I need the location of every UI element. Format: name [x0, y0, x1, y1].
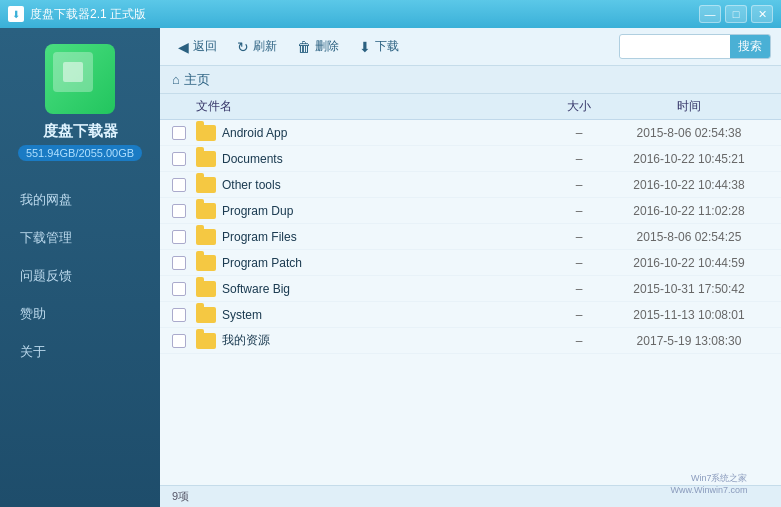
file-size-2: –: [549, 178, 609, 192]
delete-button[interactable]: 🗑 删除: [289, 34, 347, 59]
sidebar-storage: 551.94GB/2055.00GB: [18, 145, 142, 161]
breadcrumb: ⌂ 主页: [160, 66, 781, 94]
file-checkbox-4[interactable]: [172, 230, 196, 244]
watermark-line1: Win7系统之家: [670, 473, 747, 485]
file-name-8: 我的资源: [222, 332, 549, 349]
folder-icon-5: [196, 255, 216, 271]
table-row[interactable]: Program Files – 2015-8-06 02:54:25: [160, 224, 781, 250]
table-row[interactable]: Documents – 2016-10-22 10:45:21: [160, 146, 781, 172]
file-size-4: –: [549, 230, 609, 244]
sidebar-logo: [45, 44, 115, 114]
sidebar-nav: 我的网盘 下载管理 问题反馈 赞助 关于: [0, 181, 160, 371]
sidebar-item-feedback[interactable]: 问题反馈: [0, 257, 160, 295]
file-name-1: Documents: [222, 152, 549, 166]
table-row[interactable]: 我的资源 – 2017-5-19 13:08:30: [160, 328, 781, 354]
file-time-7: 2015-11-13 10:08:01: [609, 308, 769, 322]
file-size-1: –: [549, 152, 609, 166]
refresh-button[interactable]: ↻ 刷新: [229, 34, 285, 59]
window-controls: — □ ✕: [699, 5, 773, 23]
refresh-icon: ↻: [237, 39, 249, 55]
sidebar: 度盘下载器 551.94GB/2055.00GB 我的网盘 下载管理 问题反馈 …: [0, 28, 160, 507]
file-size-7: –: [549, 308, 609, 322]
folder-icon-1: [196, 151, 216, 167]
app-title: 度盘下载器2.1 正式版: [30, 6, 146, 23]
breadcrumb-home[interactable]: ⌂ 主页: [172, 71, 210, 89]
file-name-0: Android App: [222, 126, 549, 140]
file-size-6: –: [549, 282, 609, 296]
file-checkbox-8[interactable]: [172, 334, 196, 348]
file-checkbox-3[interactable]: [172, 204, 196, 218]
home-icon: ⌂: [172, 72, 180, 87]
file-time-2: 2016-10-22 10:44:38: [609, 178, 769, 192]
main-container: 度盘下载器 551.94GB/2055.00GB 我的网盘 下载管理 问题反馈 …: [0, 28, 781, 507]
file-checkbox-5[interactable]: [172, 256, 196, 270]
folder-icon-2: [196, 177, 216, 193]
file-name-4: Program Files: [222, 230, 549, 244]
header-time: 时间: [609, 98, 769, 115]
minimize-button[interactable]: —: [699, 5, 721, 23]
breadcrumb-home-label: 主页: [184, 71, 210, 89]
sidebar-item-my-drive[interactable]: 我的网盘: [0, 181, 160, 219]
file-size-0: –: [549, 126, 609, 140]
file-checkbox-6[interactable]: [172, 282, 196, 296]
back-button[interactable]: ◀ 返回: [170, 34, 225, 59]
file-name-2: Other tools: [222, 178, 549, 192]
watermark-line2: Www.Winwin7.com: [670, 485, 747, 497]
search-input[interactable]: [620, 37, 730, 57]
download-icon: ⬇: [359, 39, 371, 55]
file-rows: Android App – 2015-8-06 02:54:38 Documen…: [160, 120, 781, 354]
sidebar-item-sponsor[interactable]: 赞助: [0, 295, 160, 333]
file-checkbox-7[interactable]: [172, 308, 196, 322]
header-filename: 文件名: [196, 98, 549, 115]
sidebar-item-download-mgr[interactable]: 下载管理: [0, 219, 160, 257]
table-row[interactable]: Other tools – 2016-10-22 10:44:38: [160, 172, 781, 198]
app-icon: ⬇: [8, 6, 24, 22]
folder-icon-3: [196, 203, 216, 219]
file-size-5: –: [549, 256, 609, 270]
search-button[interactable]: 搜索: [730, 35, 770, 58]
file-name-5: Program Patch: [222, 256, 549, 270]
file-name-3: Program Dup: [222, 204, 549, 218]
folder-icon-6: [196, 281, 216, 297]
sidebar-item-about[interactable]: 关于: [0, 333, 160, 371]
folder-icon-7: [196, 307, 216, 323]
file-name-6: Software Big: [222, 282, 549, 296]
file-checkbox-2[interactable]: [172, 178, 196, 192]
file-time-8: 2017-5-19 13:08:30: [609, 334, 769, 348]
file-time-6: 2015-10-31 17:50:42: [609, 282, 769, 296]
file-list-header: 文件名 大小 时间: [160, 94, 781, 120]
download-button[interactable]: ⬇ 下载: [351, 34, 407, 59]
file-checkbox-0[interactable]: [172, 126, 196, 140]
close-button[interactable]: ✕: [751, 5, 773, 23]
table-row[interactable]: System – 2015-11-13 10:08:01: [160, 302, 781, 328]
file-checkbox-1[interactable]: [172, 152, 196, 166]
back-icon: ◀: [178, 39, 189, 55]
file-time-1: 2016-10-22 10:45:21: [609, 152, 769, 166]
title-bar: ⬇ 度盘下载器2.1 正式版 — □ ✕: [0, 0, 781, 28]
folder-icon-4: [196, 229, 216, 245]
search-box: 搜索: [619, 34, 771, 59]
file-size-8: –: [549, 334, 609, 348]
folder-icon-0: [196, 125, 216, 141]
file-time-3: 2016-10-22 11:02:28: [609, 204, 769, 218]
table-row[interactable]: Program Patch – 2016-10-22 10:44:59: [160, 250, 781, 276]
file-list-container: 文件名 大小 时间 Android App – 2015-8-06 02:54:…: [160, 94, 781, 485]
file-name-7: System: [222, 308, 549, 322]
file-time-0: 2015-8-06 02:54:38: [609, 126, 769, 140]
table-row[interactable]: Program Dup – 2016-10-22 11:02:28: [160, 198, 781, 224]
header-size: 大小: [549, 98, 609, 115]
delete-icon: 🗑: [297, 39, 311, 55]
folder-icon-8: [196, 333, 216, 349]
file-time-4: 2015-8-06 02:54:25: [609, 230, 769, 244]
file-size-3: –: [549, 204, 609, 218]
watermark: Win7系统之家 Www.Winwin7.com: [649, 465, 769, 505]
title-bar-left: ⬇ 度盘下载器2.1 正式版: [8, 6, 146, 23]
toolbar: ◀ 返回 ↻ 刷新 🗑 删除 ⬇ 下载 搜索: [160, 28, 781, 66]
footer: 9项 Win7系统之家 Www.Winwin7.com: [160, 485, 781, 507]
table-row[interactable]: Android App – 2015-8-06 02:54:38: [160, 120, 781, 146]
sidebar-app-name: 度盘下载器: [43, 122, 118, 141]
content-area: ◀ 返回 ↻ 刷新 🗑 删除 ⬇ 下载 搜索 ⌂: [160, 28, 781, 507]
maximize-button[interactable]: □: [725, 5, 747, 23]
table-row[interactable]: Software Big – 2015-10-31 17:50:42: [160, 276, 781, 302]
file-time-5: 2016-10-22 10:44:59: [609, 256, 769, 270]
